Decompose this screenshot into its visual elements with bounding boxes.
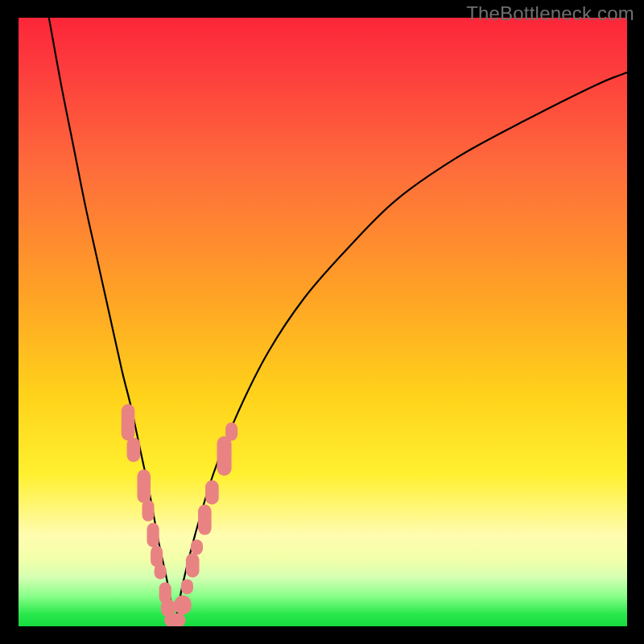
data-bead — [122, 404, 135, 440]
data-beads-group — [122, 404, 237, 626]
watermark-text: TheBottleneck.com — [466, 2, 634, 25]
data-bead — [191, 539, 203, 555]
data-bead — [217, 436, 231, 476]
curve-right — [175, 72, 627, 626]
data-bead — [151, 546, 163, 567]
data-bead — [175, 595, 192, 614]
chart-frame: TheBottleneck.com — [0, 0, 644, 644]
data-bead — [225, 423, 237, 441]
data-bead — [181, 579, 193, 594]
data-bead — [137, 469, 151, 503]
data-bead — [205, 481, 219, 505]
data-bead — [147, 522, 159, 547]
data-bead — [186, 553, 200, 577]
chart-svg — [19, 18, 627, 626]
data-bead — [142, 500, 154, 521]
plot-area — [19, 18, 627, 626]
data-bead — [164, 613, 185, 626]
data-bead — [198, 505, 212, 535]
data-bead — [155, 564, 167, 580]
data-bead — [127, 438, 141, 462]
